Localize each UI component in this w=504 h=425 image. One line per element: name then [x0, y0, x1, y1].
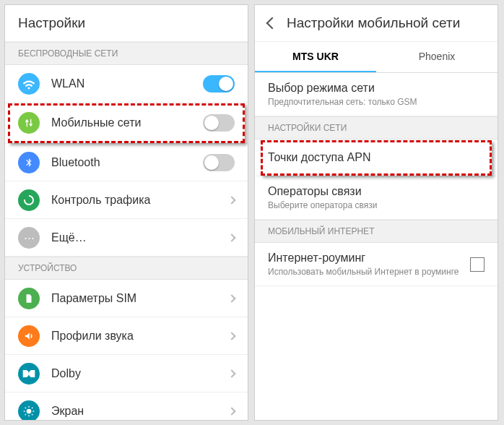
- sim-icon: [18, 288, 40, 309]
- row-network-mode[interactable]: Выбор режима сети Предпочтительная сеть:…: [255, 73, 498, 116]
- operators-title: Операторы связи: [268, 185, 485, 198]
- row-traffic[interactable]: Контроль трафика: [5, 181, 248, 219]
- mobile-label: Мобильные сети: [51, 116, 203, 129]
- chevron-right-icon: [227, 196, 235, 204]
- settings-header: Настройки: [5, 5, 248, 42]
- section-network-settings: НАСТРОЙКИ СЕТИ: [255, 116, 498, 139]
- wlan-toggle[interactable]: [203, 75, 235, 93]
- screen-icon: [18, 400, 40, 421]
- wlan-label: WLAN: [51, 77, 203, 90]
- sound-icon: [18, 325, 40, 347]
- more-label: Ещё…: [51, 231, 229, 244]
- chevron-right-icon: [227, 233, 235, 241]
- mobile-settings-header: Настройки мобильной сети: [255, 5, 498, 42]
- chevron-right-icon: [227, 294, 235, 302]
- row-screen[interactable]: Экран: [5, 392, 248, 421]
- page-title: Настройки: [18, 15, 85, 31]
- tab-phoenix[interactable]: Phoenix: [376, 42, 498, 72]
- row-more[interactable]: ⋯ Ещё…: [5, 219, 248, 257]
- tab-mts[interactable]: MTS UKR: [255, 42, 376, 72]
- network-mode-sub: Предпочтительная сеть: только GSM: [268, 97, 485, 107]
- right-phone: Настройки мобильной сети MTS UKR Phoenix…: [254, 4, 498, 421]
- svg-point-0: [25, 196, 33, 205]
- sim-label: Параметры SIM: [51, 292, 229, 305]
- roaming-title: Интернет-роуминг: [268, 252, 460, 265]
- sim-tabs: MTS UKR Phoenix: [255, 42, 498, 73]
- row-apn[interactable]: Точки доступа APN: [255, 139, 498, 176]
- chevron-right-icon: [227, 332, 235, 340]
- bluetooth-icon: [18, 152, 40, 173]
- svg-line-7: [25, 407, 26, 408]
- section-wireless: БЕСПРОВОДНЫЕ СЕТИ: [5, 42, 248, 65]
- sound-label: Профили звука: [51, 330, 229, 343]
- screen-label: Экран: [51, 405, 229, 418]
- row-bluetooth[interactable]: Bluetooth: [5, 144, 248, 181]
- chevron-right-icon: [227, 369, 235, 377]
- bluetooth-toggle[interactable]: [203, 154, 235, 171]
- row-sound[interactable]: Профили звука: [5, 317, 248, 355]
- more-icon: ⋯: [18, 227, 40, 249]
- row-wlan[interactable]: WLAN: [5, 65, 248, 103]
- chevron-right-icon: [227, 407, 235, 415]
- operators-sub: Выберите оператора связи: [268, 200, 485, 210]
- apn-title: Точки доступа APN: [268, 151, 485, 164]
- row-mobile-networks[interactable]: Мобильные сети: [5, 103, 248, 144]
- dolby-icon: [18, 363, 40, 385]
- svg-point-2: [27, 408, 32, 413]
- traffic-icon: [18, 189, 40, 211]
- row-sim[interactable]: Параметры SIM: [5, 280, 248, 317]
- svg-line-8: [32, 414, 32, 415]
- left-phone: Настройки БЕСПРОВОДНЫЕ СЕТИ WLAN Мобильн…: [4, 4, 248, 421]
- mobile-toggle[interactable]: [203, 114, 235, 132]
- svg-line-10: [32, 407, 32, 408]
- roaming-sub: Использовать мобильный Интернет в роумин…: [268, 267, 460, 277]
- network-mode-title: Выбор режима сети: [268, 82, 485, 95]
- traffic-label: Контроль трафика: [51, 194, 229, 207]
- row-operators[interactable]: Операторы связи Выберите оператора связи: [255, 176, 498, 220]
- bluetooth-label: Bluetooth: [51, 156, 203, 169]
- row-roaming[interactable]: Интернет-роуминг Использовать мобильный …: [255, 243, 498, 286]
- page-title: Настройки мобильной сети: [287, 15, 460, 31]
- dolby-label: Dolby: [51, 367, 229, 380]
- wifi-icon: [18, 73, 40, 95]
- roaming-checkbox[interactable]: [470, 257, 485, 272]
- svg-line-9: [25, 414, 26, 415]
- section-mobile-internet: МОБИЛЬНЫЙ ИНТЕРНЕТ: [255, 220, 498, 243]
- section-device: УСТРОЙСТВО: [5, 257, 248, 280]
- mobile-data-icon: [18, 112, 40, 134]
- row-dolby[interactable]: Dolby: [5, 355, 248, 392]
- back-icon[interactable]: [266, 17, 279, 30]
